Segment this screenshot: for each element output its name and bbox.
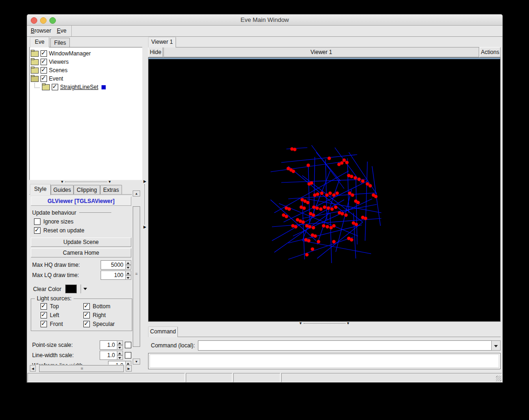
gl-viewport[interactable] [148,57,501,322]
camera-home-button[interactable]: Camera Home [31,248,131,257]
combo-dropdown-icon[interactable] [491,340,501,351]
scrollbar-thumb[interactable]: ≡ [133,206,140,347]
folder-icon [42,84,50,90]
status-cell [281,373,502,382]
tab-extras[interactable]: Extras [100,185,122,195]
checkbox-icon[interactable] [41,312,47,318]
point-size-spinner: 1.0 [100,340,123,350]
menu-eve[interactable]: Eve [55,26,68,36]
light-right-checkbox[interactable]: Right [83,312,106,318]
checkbox-icon[interactable] [34,218,41,225]
status-cell [27,373,185,382]
tab-command[interactable]: Command [148,326,178,337]
menubar-divider [71,26,72,36]
light-sources-group: Light sources: Top Bottom Left Right Fro… [31,298,132,331]
actions-button[interactable]: Actions [480,47,501,57]
clear-color-dropdown[interactable] [81,285,88,293]
command-input[interactable] [198,340,491,351]
title-bar[interactable]: Eve Main Window [27,14,502,26]
spin-down-icon[interactable] [117,345,123,350]
line-width-override-checkbox[interactable] [125,352,131,359]
tab-viewer-1[interactable]: Viewer 1 [148,37,176,47]
menu-browser[interactable]: Browser [29,26,53,36]
editor-horizontal-scrollbar[interactable]: ◀ ▶ ≡ [30,365,132,372]
checkbox-icon[interactable] [83,312,90,318]
checkbox-icon[interactable] [34,227,41,234]
max-hq-spinner: 5000 [101,260,131,270]
scroll-up-icon[interactable]: ▲ [133,190,140,196]
line-width-value[interactable]: 1.0 [100,351,117,360]
tree-checkbox[interactable] [52,84,58,90]
max-lq-row: Max LQ draw time: 100 [32,271,131,280]
hide-button[interactable]: Hide [148,47,163,57]
reset-on-update-checkbox[interactable]: Reset on update [34,227,84,234]
max-hq-value[interactable]: 5000 [101,260,125,270]
max-hq-row: Max HQ draw time: 5000 [32,260,131,270]
resize-grip-icon[interactable] [496,376,502,381]
tree-item-viewers[interactable]: Viewers [31,58,141,66]
glviewer-name-button[interactable]: GLViewer [TGLSAViewer] [31,196,131,206]
checkbox-icon[interactable] [83,321,90,327]
tree-item-windowmanager[interactable]: WindowManager [31,49,141,58]
tab-guides[interactable]: Guides [51,185,74,195]
tree-item-event[interactable]: Event [31,75,141,83]
light-left-checkbox[interactable]: Left [41,312,59,318]
checkbox-icon[interactable] [41,303,47,310]
spin-up-icon[interactable] [125,260,131,265]
light-top-checkbox[interactable]: Top [41,303,59,310]
tab-files[interactable]: Files [50,38,70,47]
color-marker-icon[interactable] [102,85,106,89]
close-icon[interactable] [31,17,37,24]
editor-vertical-scrollbar[interactable]: ▲ ≡ ▼ [133,201,140,365]
tree-checkbox[interactable] [41,75,47,82]
command-label: Command (local): [151,342,195,349]
point-size-value[interactable]: 1.0 [100,340,117,350]
spin-up-icon[interactable] [117,340,123,345]
main-v-splitter[interactable]: ▶ ▶ [142,37,147,372]
splitter-down-icon: ▼ [61,180,64,184]
gl-editor-panel: Style Guides Clipping Extras GLViewer [T… [29,184,142,372]
zoom-icon[interactable] [49,17,56,24]
spin-down-icon[interactable] [117,355,123,360]
scroll-down-icon[interactable]: ▼ [133,359,140,365]
light-bottom-checkbox[interactable]: Bottom [83,303,110,310]
tree-checkbox[interactable] [41,67,47,74]
light-specular-checkbox[interactable]: Specular [83,321,115,327]
tab-clipping[interactable]: Clipping [74,185,100,195]
folder-icon [31,59,39,65]
clear-color-swatch[interactable] [65,285,77,293]
chevron-down-icon [83,288,87,290]
scroll-right-icon[interactable]: ▶ [126,365,132,372]
viewer-title-bar[interactable]: Viewer 1 [163,47,479,57]
ignore-sizes-checkbox[interactable]: Ignore sizes [34,218,74,225]
tree-item-straightlineset[interactable]: StraightLineSet [31,83,141,91]
left-h-splitter[interactable]: ▼ ▼ [29,180,142,184]
tree-checkbox[interactable] [41,50,47,57]
splitter-down-icon: ▼ [346,322,350,325]
tree-checkbox[interactable] [41,59,47,65]
scrollbar-thumb[interactable]: ≡ [39,365,124,372]
spin-up-icon[interactable] [117,351,123,355]
scene-svg [149,59,500,321]
update-scene-button[interactable]: Update Scene [31,237,131,247]
light-front-checkbox[interactable]: Front [41,321,63,327]
menu-bar: Browser Eve [27,26,502,37]
spin-down-icon[interactable] [125,275,131,280]
tab-style[interactable]: Style [30,184,51,195]
viewer-h-splitter[interactable]: ▼ ▼ [148,322,501,325]
viewer-toolbar: Hide Viewer 1 Actions [148,47,501,57]
tab-eve[interactable]: Eve [30,37,49,47]
status-cell [233,373,280,382]
point-size-override-checkbox[interactable] [125,342,131,348]
checkbox-icon[interactable] [83,303,90,310]
max-lq-value[interactable]: 100 [101,271,125,280]
spin-down-icon[interactable] [125,265,131,270]
tree-item-scenes[interactable]: Scenes [31,66,141,75]
command-output[interactable] [148,353,501,369]
checkbox-icon[interactable] [41,321,47,327]
scroll-left-icon[interactable]: ◀ [30,365,36,372]
spin-up-icon[interactable] [125,271,131,275]
minimize-icon[interactable] [40,17,47,24]
status-cell [186,373,232,382]
line-width-spinner: 1.0 [100,351,123,360]
